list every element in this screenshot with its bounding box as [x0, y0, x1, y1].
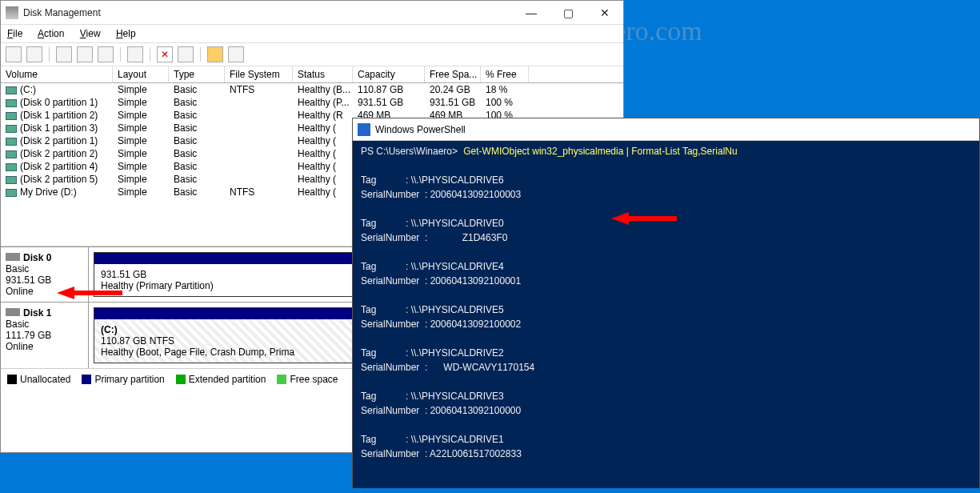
- dm-app-icon: [6, 6, 18, 19]
- refresh-icon[interactable]: [56, 46, 72, 62]
- help-icon[interactable]: [98, 46, 114, 62]
- volume-row[interactable]: (Disk 0 partition 1)SimpleBasicHealthy (…: [1, 96, 623, 109]
- red-arrow-annotation: [57, 287, 74, 299]
- settings-icon[interactable]: [228, 46, 244, 62]
- back-icon[interactable]: [6, 46, 22, 62]
- ps-titlebar[interactable]: Windows PowerShell: [353, 118, 979, 141]
- volume-grid-header: Volume Layout Type File System Status Ca…: [1, 66, 623, 83]
- taskbar: [0, 488, 980, 493]
- forward-icon[interactable]: [26, 46, 42, 62]
- dm-title: Disk Management: [23, 7, 513, 18]
- col-free[interactable]: Free Spa...: [425, 66, 481, 82]
- dm-titlebar[interactable]: Disk Management — ▢ ✕: [1, 1, 623, 25]
- minimize-button[interactable]: —: [513, 1, 550, 24]
- disk1-info: Disk 1 Basic 111.79 GB Online: [1, 303, 89, 368]
- toolbar: ✕: [1, 43, 623, 66]
- volume-icon: [6, 176, 17, 184]
- menu-file[interactable]: File: [7, 28, 22, 39]
- menu-action[interactable]: Action: [38, 28, 64, 39]
- col-volume[interactable]: Volume: [1, 66, 113, 82]
- options-icon[interactable]: [77, 46, 93, 62]
- col-pct[interactable]: % Free: [481, 66, 529, 82]
- eject-icon[interactable]: [127, 46, 143, 62]
- delete-icon[interactable]: ✕: [157, 46, 173, 62]
- menu-help[interactable]: Help: [116, 28, 136, 39]
- ps-app-icon: [358, 123, 370, 136]
- menu-view[interactable]: View: [80, 28, 101, 39]
- red-arrow-annotation: [611, 212, 629, 225]
- volume-icon: [6, 189, 17, 197]
- menubar: File Action View Help: [1, 25, 623, 43]
- powershell-window: Windows PowerShell PS C:\Users\Winaero> …: [352, 118, 980, 493]
- properties-icon[interactable]: [178, 46, 194, 62]
- close-button[interactable]: ✕: [586, 1, 623, 24]
- volume-row[interactable]: (C:)SimpleBasicNTFSHealthy (B...110.87 G…: [1, 83, 623, 96]
- col-layout[interactable]: Layout: [113, 66, 169, 82]
- volume-icon: [6, 99, 17, 107]
- volume-icon: [6, 138, 17, 146]
- volume-icon: [6, 163, 17, 171]
- ps-title: Windows PowerShell: [375, 124, 466, 135]
- volume-icon: [6, 125, 17, 133]
- volume-icon: [6, 150, 17, 158]
- volume-icon: [6, 112, 17, 120]
- col-capacity[interactable]: Capacity: [353, 66, 425, 82]
- col-fs[interactable]: File System: [225, 66, 293, 82]
- ps-console[interactable]: PS C:\Users\Winaero> Get-WMIObject win32…: [353, 141, 979, 493]
- disk-icon: [6, 253, 20, 261]
- maximize-button[interactable]: ▢: [550, 1, 586, 24]
- folder-icon[interactable]: [207, 46, 223, 62]
- col-status[interactable]: Status: [293, 66, 353, 82]
- volume-icon: [6, 86, 17, 94]
- disk-icon: [6, 308, 20, 316]
- col-type[interactable]: Type: [169, 66, 225, 82]
